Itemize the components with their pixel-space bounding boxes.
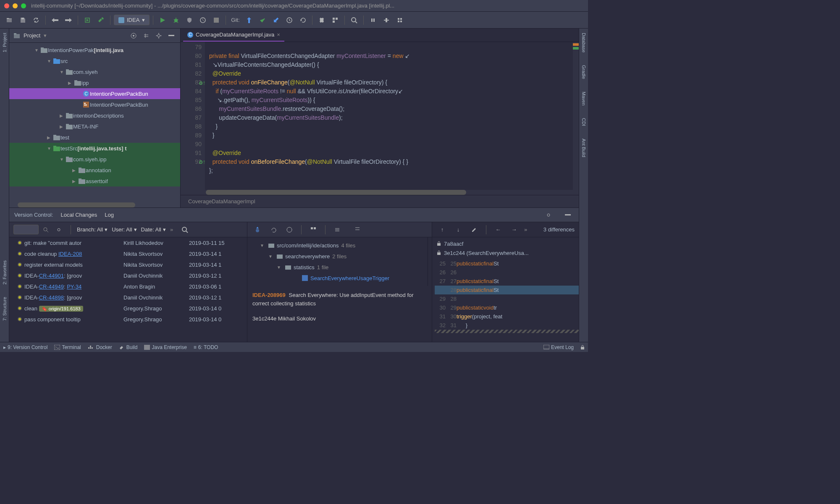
collapse-icon[interactable]	[142, 31, 151, 40]
status-lock-icon[interactable]	[580, 345, 585, 350]
build-icon[interactable]	[81, 14, 93, 26]
date-filter[interactable]: Date: All ▾	[141, 226, 166, 233]
search-icon[interactable]	[181, 226, 188, 233]
commit-row[interactable]: IDEA-CR-44901: [groovDaniil Ovchinnik201…	[9, 270, 247, 281]
editor-tab[interactable]: C CoverageDataManagerImpl.java ×	[183, 29, 284, 42]
status-terminal[interactable]: Terminal	[54, 344, 81, 350]
scrollbar[interactable]	[206, 190, 466, 195]
gear-icon[interactable]	[53, 224, 65, 236]
editor-body[interactable]: o↑ o↑ 7980818283848586878889909192 priva…	[181, 42, 579, 190]
status-java[interactable]: Java Enterprise	[144, 344, 186, 350]
cherry-pick-icon[interactable]	[252, 224, 263, 236]
tree-item[interactable]: IntentionPowerPackBun	[9, 99, 180, 110]
hide-icon[interactable]	[167, 31, 176, 40]
status-todo[interactable]: ≡ 6: TODO	[194, 344, 218, 350]
chevron-icon[interactable]	[367, 14, 379, 26]
changed-files-tree[interactable]: ▼ src/com/intellij/ide/actions 4 files▼ …	[247, 237, 428, 286]
tree-item[interactable]: ▼ com.siyeh.ipp	[9, 154, 180, 165]
tab-log[interactable]: Log	[105, 212, 114, 218]
status-build[interactable]: Build	[119, 344, 138, 350]
tree-item[interactable]: ▶ asserttoif	[9, 176, 180, 186]
tool-ant[interactable]: Ant Build	[581, 139, 586, 157]
commit-row[interactable]: IDEA-CR-44898: [groovDaniil Ovchinnik201…	[9, 292, 247, 303]
tree-item[interactable]: ▼ com.siyeh	[9, 66, 180, 77]
close-tab-icon[interactable]: ×	[277, 32, 280, 38]
file-row[interactable]: SearchEverywhereUsageTrigger	[247, 273, 428, 284]
file-row[interactable]: ▼ src/com/intellij/ide/actions 4 files	[247, 240, 428, 251]
branch-filter[interactable]: Branch: All ▾	[77, 226, 108, 233]
tree-item[interactable]: ▼ IntentionPowerPak [intellij.java	[9, 45, 180, 55]
tool-project[interactable]: 1: Project	[2, 33, 7, 52]
status-docker[interactable]: Docker	[88, 344, 112, 350]
git-update-icon[interactable]	[243, 14, 255, 26]
run-icon[interactable]	[157, 14, 168, 26]
edit-icon[interactable]	[468, 224, 480, 236]
gear-icon[interactable]	[543, 209, 554, 221]
chevron-icon[interactable]	[394, 14, 406, 26]
forward-icon[interactable]	[63, 14, 74, 26]
back-icon[interactable]	[49, 14, 61, 26]
hide-icon[interactable]	[562, 209, 574, 221]
commit-row[interactable]: IDEA-CR-44949: PY-34Anton Bragin2019-03-…	[9, 281, 247, 292]
tool-gradle[interactable]: Gradle	[581, 65, 586, 79]
tool-cdi[interactable]: CDI	[581, 118, 586, 126]
git-commit-icon[interactable]	[257, 14, 268, 26]
tool-database[interactable]: Database	[581, 33, 586, 52]
status-vcs[interactable]: ▸ 9: Version Control	[3, 344, 47, 350]
prev-icon[interactable]: ←	[492, 224, 504, 236]
run-config-select[interactable]: IDEA ▾	[114, 15, 150, 25]
coverage-icon[interactable]	[184, 14, 195, 26]
commit-row[interactable]: pass component tooltipGregory.Shrago2019…	[9, 314, 247, 325]
tool-favorites[interactable]: 2: Favorites	[2, 260, 7, 284]
file-row[interactable]: ▼ searcheverywhere 2 files	[247, 251, 428, 262]
status-event-log[interactable]: Event Log	[543, 344, 574, 350]
close-window-button[interactable]	[4, 3, 9, 8]
target-icon[interactable]	[129, 31, 138, 40]
clock-icon[interactable]	[284, 224, 295, 236]
hammer-icon[interactable]	[95, 14, 107, 26]
open-icon[interactable]	[3, 14, 15, 26]
log-search-input[interactable]	[13, 225, 39, 234]
commit-row[interactable]: clean 🔖 origin/191.6183Gregory.Shrago201…	[9, 303, 247, 314]
project-tree[interactable]: ▼ IntentionPowerPak [intellij.java▼ src▼…	[9, 43, 180, 202]
tree-item[interactable]: ▶ intentionDescriptions	[9, 110, 180, 121]
sync-icon[interactable]	[30, 14, 42, 26]
git-revert-icon[interactable]	[297, 14, 309, 26]
tree-item[interactable]: ▼ src	[9, 55, 180, 66]
tree-item[interactable]: ▶ annotation	[9, 165, 180, 176]
settings-icon[interactable]	[316, 14, 328, 26]
tree-item[interactable]: ▼ testSrc [intellij.java.tests] t	[9, 143, 180, 154]
scrollbar[interactable]	[18, 202, 135, 207]
minimize-window-button[interactable]	[13, 3, 18, 8]
tab-local-changes[interactable]: Local Changes	[61, 212, 97, 218]
gear-icon[interactable]	[154, 31, 163, 40]
maximize-window-button[interactable]	[21, 3, 26, 8]
debug-icon[interactable]	[170, 14, 182, 26]
diff-body[interactable]: 2525 public static final St2626 2727 pub…	[432, 259, 579, 342]
group-icon[interactable]	[307, 224, 319, 236]
tool-structure[interactable]: 7: Structure	[2, 297, 7, 321]
profiler-icon[interactable]	[197, 14, 209, 26]
tree-item[interactable]: C IntentionPowerPackBun	[9, 88, 180, 99]
next-icon[interactable]: →	[508, 224, 520, 236]
tool-maven[interactable]: Maven	[581, 92, 586, 105]
collapse-icon[interactable]	[352, 224, 363, 236]
up-icon[interactable]: ↑	[436, 224, 448, 236]
project-structure-icon[interactable]	[329, 14, 341, 26]
down-icon[interactable]: ↓	[452, 224, 464, 236]
file-row[interactable]: ▼ statistics 1 file	[247, 262, 428, 273]
commit-row[interactable]: register external modelsNikita Skvortsov…	[9, 259, 247, 270]
expand-icon[interactable]	[331, 224, 343, 236]
commit-log[interactable]: git: make "commit autorKirill Likhodedov…	[9, 237, 247, 325]
commit-row[interactable]: code cleanup IDEA-208Nikita Skvortsov201…	[9, 248, 247, 259]
save-icon[interactable]	[17, 14, 29, 26]
revert-icon[interactable]	[268, 224, 279, 236]
tree-item[interactable]: ▶ ipp	[9, 77, 180, 88]
user-filter[interactable]: User: All ▾	[112, 226, 136, 233]
stop-icon[interactable]	[210, 14, 222, 26]
search-icon[interactable]	[348, 14, 360, 26]
breadcrumb[interactable]: CoverageDataManagerImpl	[181, 195, 579, 207]
git-history-icon[interactable]	[284, 14, 295, 26]
chevron-icon[interactable]	[381, 14, 392, 26]
tree-item[interactable]: ▶ test	[9, 132, 180, 143]
